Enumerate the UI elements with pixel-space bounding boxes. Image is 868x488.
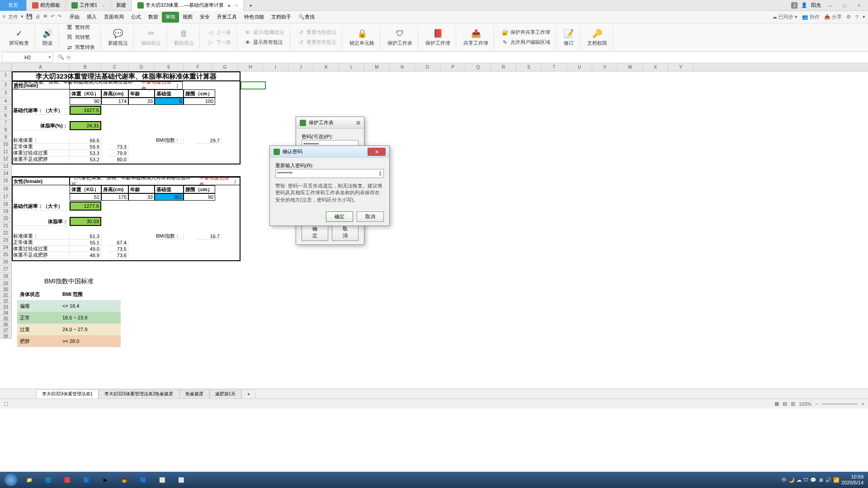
female-base[interactable]: 161 <box>155 193 184 201</box>
col-header-N[interactable]: N <box>390 63 415 71</box>
settings-icon[interactable]: ⚙ <box>846 14 851 20</box>
tab-home[interactable]: 首页 <box>0 0 27 11</box>
tray-icon[interactable]: 📶 <box>833 477 840 483</box>
row-header-8[interactable]: 8 <box>0 127 11 134</box>
preview-icon[interactable]: 👁 <box>43 14 48 20</box>
row-header-33[interactable]: 33 <box>0 304 11 310</box>
col-header-K[interactable]: K <box>314 63 339 71</box>
avatar-icon[interactable]: 👧 <box>115 473 133 487</box>
redo-icon[interactable]: ↷ <box>57 14 61 20</box>
col-header-T[interactable]: T <box>542 63 567 71</box>
row-header-6[interactable]: 6 <box>0 112 11 119</box>
select-all-corner[interactable] <box>0 63 12 71</box>
read-btn[interactable]: 🔊朗读 <box>40 27 55 47</box>
col-header-Y[interactable]: Y <box>668 63 693 71</box>
menu-special[interactable]: 特色功能 <box>241 12 268 23</box>
tab-add[interactable]: + <box>244 0 257 11</box>
male-base[interactable]: 5 <box>155 98 184 105</box>
male-weight[interactable]: 90 <box>70 98 101 105</box>
close-icon[interactable]: × <box>854 1 864 10</box>
female-waist[interactable]: 90 <box>184 193 215 201</box>
row-header-23[interactable]: 23 <box>0 237 11 244</box>
menu-formula[interactable]: 公式 <box>127 12 145 23</box>
row-header-30[interactable]: 30 <box>0 286 11 292</box>
col-header-F[interactable]: F <box>184 63 212 71</box>
col-header-G[interactable]: G <box>212 63 238 71</box>
view-break-icon[interactable]: ▥ <box>791 401 795 407</box>
protect-sheet-btn[interactable]: 🛡保护工作表 <box>386 27 414 47</box>
col-header-B[interactable]: B <box>70 63 101 71</box>
row-header-7[interactable]: 7 <box>0 119 11 127</box>
view-page-icon[interactable]: ▤ <box>783 401 787 407</box>
show-all-btn[interactable]: 👁显示所有批注 <box>242 38 285 47</box>
cancel-button[interactable]: 取消 <box>332 224 359 241</box>
tray-icon[interactable]: 🛡 <box>803 477 808 483</box>
menu-start[interactable]: 开始 <box>66 12 83 23</box>
menu-dochelper[interactable]: 文档助手 <box>268 12 295 23</box>
row-header-31[interactable]: 31 <box>0 292 11 298</box>
row-header-19[interactable]: 19 <box>0 208 11 215</box>
zoom-out-icon[interactable]: − <box>815 401 818 407</box>
row-header-34[interactable]: 34 <box>0 310 11 315</box>
menu-search[interactable]: 🔍 查找 <box>295 12 318 23</box>
ps-icon[interactable]: 🟦 <box>77 473 95 487</box>
sheet-tab-add[interactable]: + <box>241 389 256 399</box>
app-icon[interactable]: 🟥 <box>58 473 76 487</box>
close-icon[interactable]: ✕ <box>368 148 386 156</box>
zoom-in-icon[interactable]: + <box>862 401 864 407</box>
sheet-tab-4[interactable]: 减肥第1天 <box>209 389 242 399</box>
row-header-5[interactable]: 5 <box>0 105 11 112</box>
row-header-4[interactable]: 4 <box>0 98 11 105</box>
share-btn[interactable]: 📤 分享 <box>824 14 842 20</box>
row-header-13[interactable]: 13 <box>0 163 11 170</box>
male-height[interactable]: 174 <box>101 98 128 105</box>
sheet-tab-1[interactable]: 李大叨323体重管理法表1 <box>36 389 99 399</box>
media-icon[interactable]: ▶ <box>96 473 114 487</box>
row-header-15[interactable]: 15 <box>0 177 11 185</box>
doc-perm-btn[interactable]: 🔑文档权限 <box>585 27 609 47</box>
row-header-36[interactable]: 36 <box>0 321 11 327</box>
col-header-A[interactable]: A <box>12 63 70 71</box>
new-comment-btn[interactable]: 💬新建批注 <box>106 27 130 47</box>
tray-icon[interactable]: 🌙 <box>788 477 795 483</box>
row-header-10[interactable]: 10 <box>0 141 11 148</box>
row-header-21[interactable]: 21 <box>0 222 11 230</box>
app2-icon[interactable]: ⬜ <box>153 473 171 487</box>
tab-new[interactable]: 新建 <box>111 0 132 11</box>
female-age[interactable]: 33 <box>128 193 155 201</box>
print-icon[interactable]: 🖨 <box>35 14 40 20</box>
row-header-29[interactable]: 29 <box>0 280 11 286</box>
menu-view[interactable]: 视图 <box>179 12 196 23</box>
row-header-38[interactable]: 38 <box>0 333 11 339</box>
col-header-P[interactable]: P <box>440 63 466 71</box>
row-header-2[interactable]: 2 <box>0 81 11 89</box>
tray-icon[interactable]: 💬 <box>810 477 816 483</box>
sheet-tab-3[interactable]: 热量摄度 <box>179 389 209 399</box>
tray-icon[interactable]: 🖥 <box>818 477 823 483</box>
tab-workbook1[interactable]: 工作簿1○ <box>66 0 111 11</box>
collab-btn[interactable]: 👥 协作 <box>802 14 820 20</box>
row-header-11[interactable]: 11 <box>0 148 11 155</box>
fx-label[interactable]: fx <box>67 55 71 60</box>
col-header-W[interactable]: W <box>618 63 643 71</box>
sync-status[interactable]: ☁ 已同步 ▾ <box>772 14 797 20</box>
ok-button[interactable]: 确定 <box>326 211 353 222</box>
start-button[interactable] <box>2 473 20 487</box>
user-avatar[interactable]: 👤 <box>801 2 807 8</box>
convert-btn[interactable]: ⇄简繁转换 <box>64 43 97 52</box>
menu-data[interactable]: 数据 <box>145 12 162 23</box>
menu-icon[interactable]: ≡ <box>3 14 5 20</box>
cancel-button[interactable]: 取消 <box>357 211 384 222</box>
view-normal-icon[interactable]: ▦ <box>774 401 779 407</box>
row-header-26[interactable]: 26 <box>0 258 11 266</box>
col-header-D[interactable]: D <box>128 63 155 71</box>
col-header-L[interactable]: L <box>339 63 364 71</box>
zoom-slider[interactable] <box>822 403 858 405</box>
revision-btn[interactable]: 📝修订 <box>561 27 576 47</box>
col-header-M[interactable]: M <box>364 63 390 71</box>
close-icon[interactable]: ○ <box>102 3 105 8</box>
grid[interactable]: ABCDEFGHIJKLMNOPQRSTUVWXY 12345678910111… <box>0 63 868 389</box>
col-header-I[interactable]: I <box>263 63 288 71</box>
ok-button[interactable]: 确定 <box>302 224 328 241</box>
menu-layout[interactable]: 页面布局 <box>100 12 127 23</box>
